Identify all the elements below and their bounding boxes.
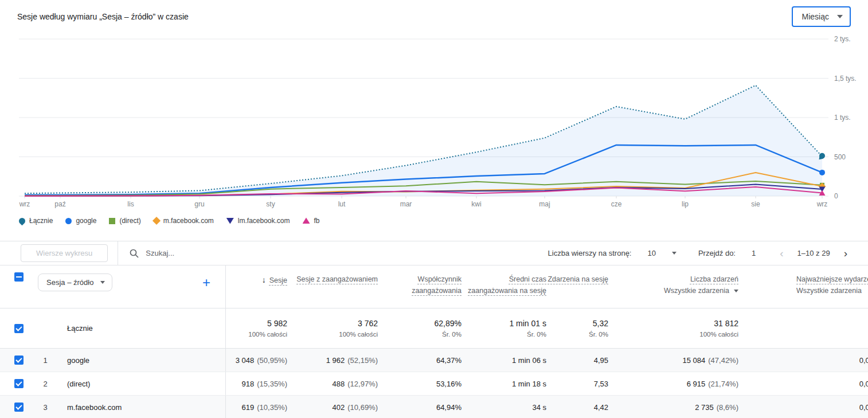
svg-text:1,5 tys.: 1,5 tys. bbox=[834, 75, 857, 83]
svg-text:maj: maj bbox=[539, 200, 550, 208]
dimension-selector-label: Sesja – źródło bbox=[46, 278, 93, 287]
diamond-marker-icon bbox=[153, 217, 161, 225]
legend-item-lmfacebook: lm.facebook.com bbox=[226, 217, 290, 225]
svg-text:lip: lip bbox=[682, 200, 689, 208]
row-number: 3 bbox=[38, 396, 61, 418]
legend-label: m.facebook.com bbox=[163, 217, 214, 225]
chart-header: Sesje według wymiaru „Sesja – źródło” w … bbox=[0, 0, 868, 33]
column-header-sessions[interactable]: ↓Sesje bbox=[225, 265, 288, 308]
legend-item-google: google bbox=[65, 217, 96, 225]
dimension-value: (direct) bbox=[61, 372, 225, 395]
svg-text:0: 0 bbox=[834, 192, 838, 200]
prev-page-icon[interactable]: ‹ bbox=[776, 248, 787, 259]
dimension-value: m.facebook.com bbox=[61, 396, 225, 418]
svg-text:mar: mar bbox=[400, 200, 412, 208]
svg-text:500: 500 bbox=[834, 153, 846, 161]
column-header-engagement-rate[interactable]: Współczynnik zaangażowania bbox=[379, 265, 463, 308]
table-row: 1 google 3 048(50,95%) 1 962(52,15%) 64,… bbox=[0, 349, 868, 372]
circle-marker-icon bbox=[65, 218, 72, 224]
svg-text:2 tys.: 2 tys. bbox=[834, 35, 851, 43]
legend-label: fb bbox=[314, 217, 320, 225]
svg-text:gru: gru bbox=[194, 200, 204, 208]
table-toolbar: Wiersze wykresu Liczba wierszy na stronę… bbox=[0, 241, 868, 265]
table-row: 3 m.facebook.com 619(10,35%) 402(10,69%)… bbox=[0, 396, 868, 418]
legend-item-total: Łącznie bbox=[19, 217, 53, 225]
svg-text:kwi: kwi bbox=[471, 200, 481, 208]
page-range-label: 1–10 z 29 bbox=[797, 249, 830, 257]
svg-text:cze: cze bbox=[611, 200, 622, 208]
chevron-down-icon bbox=[734, 290, 738, 292]
table-row: 2 (direct) 918(15,35%) 488(12,97%) 53,16… bbox=[0, 372, 868, 396]
toolbar-divider bbox=[118, 241, 118, 265]
svg-text:wrz: wrz bbox=[19, 200, 30, 208]
search-icon bbox=[130, 249, 139, 258]
summary-row: Łącznie 5 982100% całości 3 762100% cało… bbox=[0, 308, 868, 349]
column-header-key-events[interactable]: Najważniejsze wydarzenia Wszystkie zdarz… bbox=[740, 265, 868, 308]
legend-item-mfacebook: m.facebook.com bbox=[154, 217, 214, 225]
chart-title: Sesje według wymiaru „Sesja – źródło” w … bbox=[17, 12, 189, 21]
legend-label: Łącznie bbox=[29, 217, 53, 225]
svg-text:wrz: wrz bbox=[816, 200, 828, 208]
sessions-time-series-chart: 05001 tys.1,5 tys.2 tys.wrzpaźlisgrustyl… bbox=[0, 33, 868, 212]
add-dimension-button[interactable]: + bbox=[202, 276, 210, 290]
triangle-up-marker-icon bbox=[303, 217, 310, 224]
svg-text:sty: sty bbox=[266, 200, 275, 208]
granularity-value: Miesiąc bbox=[802, 12, 829, 21]
square-marker-icon bbox=[109, 218, 115, 224]
rows-per-page-select[interactable]: 10 bbox=[647, 249, 676, 257]
legend-label: (direct) bbox=[119, 217, 140, 225]
search-box bbox=[130, 249, 548, 258]
sort-descending-icon: ↓ bbox=[262, 275, 266, 284]
svg-text:lut: lut bbox=[338, 200, 346, 208]
dimension-controls: Sesja – źródło + bbox=[38, 274, 225, 291]
triangle-down-marker-icon bbox=[226, 217, 234, 224]
report-table: Wiersze wykresu Liczba wierszy na stronę… bbox=[0, 241, 868, 418]
dimension-selector[interactable]: Sesja – źródło bbox=[38, 274, 112, 291]
svg-text:lis: lis bbox=[127, 200, 134, 208]
svg-text:1 tys.: 1 tys. bbox=[834, 114, 851, 122]
chevron-down-icon bbox=[100, 281, 105, 284]
legend-item-direct: (direct) bbox=[109, 217, 140, 225]
row-number: 2 bbox=[38, 372, 61, 395]
goto-page-label: Przejdź do: bbox=[698, 249, 736, 257]
summary-label: Łącznie bbox=[38, 308, 225, 348]
pagination-controls: Liczba wierszy na stronę: 10 Przejdź do:… bbox=[548, 248, 851, 259]
search-input[interactable] bbox=[146, 249, 318, 257]
dimension-value: google bbox=[61, 349, 225, 372]
goto-page-input[interactable]: 1 bbox=[752, 249, 756, 257]
column-header-engaged-sessions[interactable]: Sesje z zaangażowaniem bbox=[288, 265, 379, 308]
total-pin-icon bbox=[18, 216, 27, 225]
row-checkbox[interactable] bbox=[14, 403, 24, 412]
summary-checkbox[interactable] bbox=[14, 324, 24, 333]
legend-item-fb: fb bbox=[303, 217, 320, 225]
rows-per-page-label: Liczba wierszy na stronę: bbox=[548, 249, 632, 257]
svg-text:paź: paź bbox=[54, 200, 65, 208]
legend-label: google bbox=[76, 217, 96, 225]
column-header-events-per-session[interactable]: Zdarzenia na sesję bbox=[548, 265, 609, 308]
chart-legend: Łącznie google (direct) m.facebook.com l… bbox=[19, 217, 320, 225]
table-header-row: Sesja – źródło + ↓Sesje Sesje z zaangażo… bbox=[0, 265, 868, 308]
svg-text:sie: sie bbox=[751, 200, 760, 208]
rows-per-page-value: 10 bbox=[647, 249, 655, 257]
row-number: 1 bbox=[38, 349, 61, 372]
event-count-filter[interactable]: Wszystkie zdarzenia bbox=[664, 285, 738, 296]
next-page-icon[interactable]: › bbox=[840, 248, 851, 259]
granularity-dropdown[interactable]: Miesiąc bbox=[792, 6, 851, 27]
column-header-event-count[interactable]: Liczba zdarzeń Wszystkie zdarzenia bbox=[609, 265, 740, 308]
column-header-avg-engagement-time[interactable]: Średni czas zaangażowania na sesję bbox=[463, 265, 548, 308]
analytics-report-page: Sesje według wymiaru „Sesja – źródło” w … bbox=[0, 0, 868, 418]
chevron-down-icon bbox=[672, 252, 677, 255]
select-all-checkbox[interactable] bbox=[14, 272, 24, 282]
legend-label: lm.facebook.com bbox=[238, 217, 290, 225]
row-checkbox[interactable] bbox=[14, 379, 24, 388]
row-checkbox[interactable] bbox=[14, 356, 24, 365]
chart-rows-button[interactable]: Wiersze wykresu bbox=[21, 244, 108, 262]
chevron-down-icon bbox=[837, 15, 843, 18]
